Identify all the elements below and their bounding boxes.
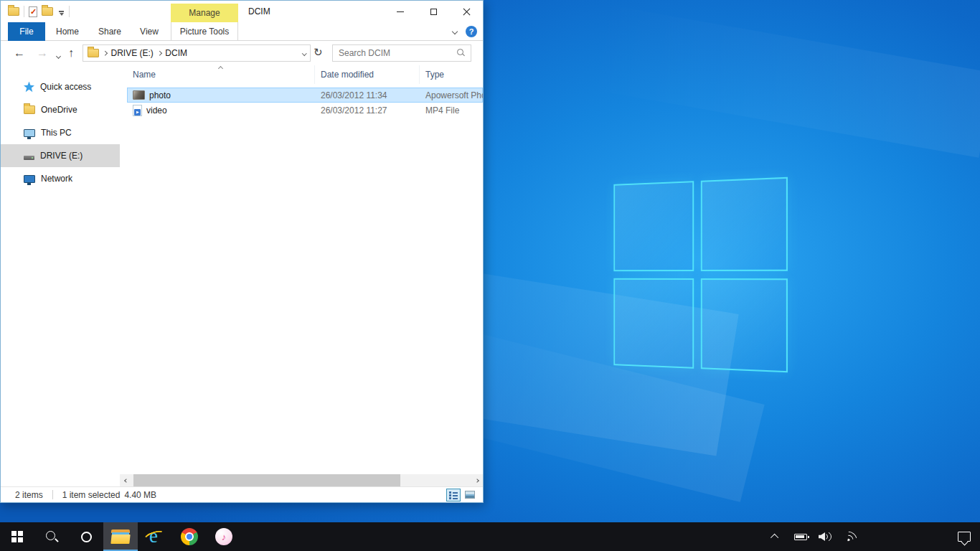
- column-header-type[interactable]: Type: [420, 65, 483, 84]
- chrome-orb-icon: [181, 528, 198, 545]
- file-explorer-taskbar-button[interactable]: [103, 522, 138, 551]
- wifi-icon: [842, 528, 860, 545]
- sidebar-item-network[interactable]: Network: [1, 167, 120, 190]
- wifi-tray-button[interactable]: [838, 522, 864, 551]
- customize-quick-access-chevron-icon[interactable]: [57, 8, 65, 15]
- photo-thumbnail-icon: [133, 90, 145, 100]
- properties-check-icon[interactable]: ✓: [29, 6, 37, 17]
- battery-icon: [794, 534, 807, 540]
- tab-home[interactable]: Home: [51, 22, 84, 41]
- maximize-icon: [430, 9, 437, 15]
- help-button[interactable]: ?: [466, 26, 477, 37]
- sidebar-item-label: Quick access: [40, 82, 91, 92]
- recent-locations-chevron-icon[interactable]: [57, 50, 60, 60]
- check-glyph: ✓: [30, 7, 37, 17]
- star-icon: [24, 82, 34, 93]
- tab-share[interactable]: Share: [93, 22, 127, 41]
- new-folder-icon[interactable]: [42, 7, 53, 16]
- action-center-button[interactable]: [948, 522, 980, 551]
- horizontal-scrollbar[interactable]: [120, 474, 483, 486]
- system-tray: [763, 522, 980, 551]
- contextual-group-manage[interactable]: Manage: [171, 4, 238, 22]
- close-button[interactable]: [450, 1, 483, 22]
- sidebar-item-onedrive[interactable]: OneDrive: [1, 98, 120, 121]
- file-date-modified: 26/03/2012 11:27: [315, 105, 420, 116]
- file-date-modified: 26/03/2012 11:34: [315, 90, 420, 100]
- circle-icon: [81, 532, 92, 542]
- breadcrumb-segment-drive[interactable]: DRIVE (E:): [111, 48, 154, 58]
- large-icons-view-icon: [465, 491, 475, 499]
- close-icon: [463, 8, 471, 16]
- breadcrumb-segment-dcim[interactable]: DCIM: [165, 48, 187, 58]
- itunes-button[interactable]: ♪: [207, 522, 241, 551]
- hard-drive-icon: [24, 156, 34, 160]
- window-folder-icon: [8, 7, 19, 16]
- tab-view[interactable]: View: [133, 22, 166, 41]
- minimize-button[interactable]: [384, 1, 417, 22]
- column-header-date-modified[interactable]: Date modified: [315, 65, 420, 84]
- sidebar-item-label: DRIVE (E:): [40, 151, 83, 161]
- hidden-icons-chevron-icon: [771, 534, 778, 542]
- internet-explorer-button[interactable]: e: [138, 522, 172, 551]
- divider: [24, 6, 24, 17]
- navigation-pane: Quick access OneDrive This PC DRIVE (E:)…: [1, 65, 120, 486]
- folder-icon: [24, 105, 35, 114]
- expand-ribbon-chevron-icon[interactable]: [452, 29, 458, 34]
- file-name: video: [146, 105, 167, 116]
- search-placeholder: Search DCIM: [339, 48, 390, 58]
- scroll-left-arrow[interactable]: [120, 474, 132, 486]
- file-explorer-window: ✓ Manage DCIM File Home Share View Pictu…: [0, 0, 484, 503]
- windows-logo-pane: [613, 181, 694, 271]
- maximize-button[interactable]: [417, 1, 450, 22]
- sidebar-item-label: This PC: [41, 128, 72, 138]
- file-type: Apowersoft Pho: [420, 90, 483, 100]
- quick-access-toolbar: ✓: [8, 1, 70, 22]
- back-button[interactable]: ←: [14, 47, 25, 59]
- taskbar-search-button[interactable]: [34, 522, 69, 551]
- scrollbar-thumb[interactable]: [133, 474, 400, 486]
- sidebar-item-this-pc[interactable]: This PC: [1, 121, 120, 144]
- breadcrumb-folder-icon[interactable]: [88, 49, 99, 57]
- scroll-right-arrow[interactable]: [471, 474, 483, 486]
- selection-count: 1 item selected: [62, 490, 121, 500]
- status-bar: 2 items 1 item selected 4.40 MB: [1, 486, 483, 502]
- minimize-icon: [397, 11, 404, 12]
- file-row-video[interactable]: video 26/03/2012 11:27 MP4 File: [127, 103, 483, 118]
- ie-e-icon: e: [144, 527, 166, 546]
- window-title: DCIM: [248, 1, 270, 22]
- address-bar[interactable]: DRIVE (E:) DCIM: [83, 44, 311, 62]
- volume-tray-button[interactable]: [814, 522, 838, 551]
- refresh-button[interactable]: ↻: [314, 47, 323, 57]
- details-view-button[interactable]: [446, 489, 461, 501]
- battery-tray-button[interactable]: [788, 522, 814, 551]
- sidebar-item-drive-e[interactable]: DRIVE (E:): [1, 144, 120, 167]
- ribbon-right-controls: ?: [453, 22, 477, 41]
- windows-logo-pane: [701, 278, 788, 372]
- windows-logo-pane: [613, 278, 694, 369]
- tab-picture-tools[interactable]: Picture Tools: [171, 22, 238, 41]
- breadcrumb-separator-icon: [103, 51, 107, 55]
- search-icon: [456, 49, 465, 57]
- action-center-icon: [958, 532, 971, 542]
- breadcrumb-separator-icon: [157, 51, 161, 55]
- wallpaper-windows-logo: [613, 177, 788, 373]
- cortana-button[interactable]: [69, 522, 103, 551]
- up-button[interactable]: ↑: [68, 47, 74, 59]
- windows-logo-pane: [701, 177, 788, 271]
- column-headers: Name Date modified Type: [120, 65, 483, 84]
- search-input[interactable]: Search DCIM: [332, 44, 471, 62]
- titlebar: ✓ Manage DCIM: [1, 1, 483, 22]
- divider: [52, 490, 53, 499]
- window-controls: [384, 1, 483, 22]
- sidebar-item-quick-access[interactable]: Quick access: [1, 75, 120, 98]
- start-button[interactable]: [0, 522, 34, 551]
- show-hidden-icons-button[interactable]: [763, 522, 788, 551]
- tab-file[interactable]: File: [8, 22, 45, 41]
- large-icons-view-button[interactable]: [463, 489, 477, 501]
- address-dropdown-chevron-icon[interactable]: [302, 51, 306, 55]
- navigation-toolbar: ← → ↑ DRIVE (E:) DCIM ↻ Search DCIM: [1, 41, 483, 65]
- file-row-photo[interactable]: photo 26/03/2012 11:34 Apowersoft Pho: [127, 88, 483, 103]
- file-name: photo: [149, 90, 171, 100]
- taskbar: e ♪: [0, 522, 980, 551]
- chrome-button[interactable]: [172, 522, 207, 551]
